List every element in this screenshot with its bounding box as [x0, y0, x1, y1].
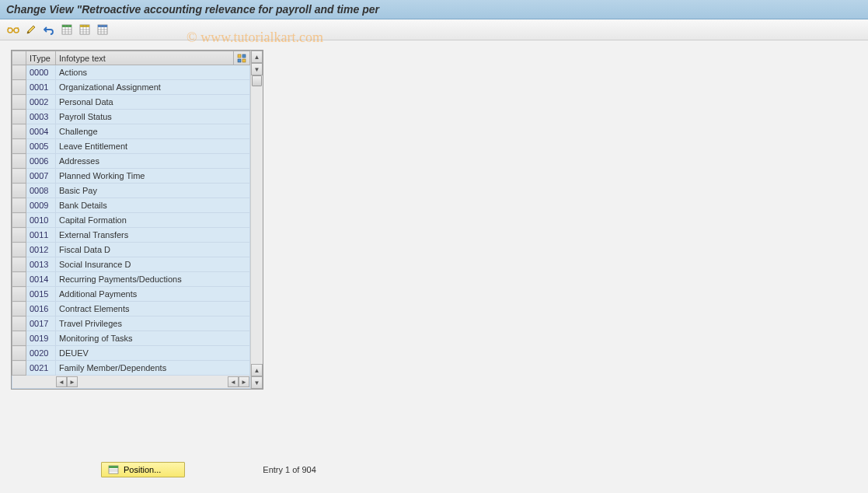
- itype-cell[interactable]: 0005: [26, 139, 56, 154]
- itype-cell[interactable]: 0014: [26, 272, 56, 287]
- itype-cell[interactable]: 0010: [26, 213, 56, 228]
- row-selector[interactable]: [12, 80, 26, 95]
- hscroll-track[interactable]: [78, 376, 228, 387]
- row-selector[interactable]: [12, 124, 26, 139]
- row-selector[interactable]: [12, 272, 26, 287]
- text-cell[interactable]: Family Member/Dependents: [56, 361, 250, 376]
- row-selector[interactable]: [12, 95, 26, 110]
- text-cell[interactable]: DEUEV: [56, 346, 250, 361]
- table-row[interactable]: 0000Actions: [12, 65, 250, 80]
- table-row[interactable]: 0021Family Member/Dependents: [12, 361, 250, 376]
- text-cell[interactable]: Additional Payments: [56, 287, 250, 302]
- scroll-up-button[interactable]: ▲: [251, 51, 263, 63]
- table-row[interactable]: 0012Fiscal Data D: [12, 243, 250, 257]
- text-cell[interactable]: Payroll Status: [56, 110, 250, 124]
- text-cell[interactable]: Planned Working Time: [56, 169, 250, 184]
- table-config-button[interactable]: [234, 51, 250, 65]
- scroll-left-button-2[interactable]: ◄: [228, 376, 239, 387]
- itype-cell[interactable]: 0004: [26, 124, 56, 139]
- itype-cell[interactable]: 0002: [26, 95, 56, 110]
- scroll-right-button-2[interactable]: ►: [239, 376, 249, 387]
- itype-cell[interactable]: 0009: [26, 198, 56, 213]
- deselect-all-button[interactable]: [94, 22, 111, 37]
- select-all-header[interactable]: [12, 51, 26, 65]
- itype-cell[interactable]: 0019: [26, 331, 56, 346]
- itype-header[interactable]: IType: [26, 51, 56, 65]
- table-row[interactable]: 0007Planned Working Time: [12, 169, 250, 184]
- text-cell[interactable]: Actions: [56, 65, 250, 80]
- row-selector[interactable]: [12, 331, 26, 346]
- vertical-scrollbar[interactable]: ▲ ▼ ▲ ▼: [250, 51, 263, 389]
- itype-cell[interactable]: 0011: [26, 228, 56, 243]
- text-cell[interactable]: Basic Pay: [56, 184, 250, 198]
- table-row[interactable]: 0020DEUEV: [12, 346, 250, 361]
- undo-button[interactable]: [40, 22, 58, 37]
- itype-cell[interactable]: 0016: [26, 302, 56, 316]
- vscroll-track[interactable]: [251, 75, 263, 364]
- row-selector[interactable]: [12, 287, 26, 302]
- itype-cell[interactable]: 0003: [26, 110, 56, 124]
- change-button[interactable]: [23, 22, 40, 37]
- table-row[interactable]: 0009Bank Details: [12, 198, 250, 213]
- row-selector[interactable]: [12, 139, 26, 154]
- table-row[interactable]: 0001Organizational Assignment: [12, 80, 250, 95]
- text-cell[interactable]: Capital Formation: [56, 213, 250, 228]
- scroll-up-button-bottom[interactable]: ▲: [251, 364, 263, 376]
- display-toggle-button[interactable]: [5, 22, 22, 37]
- text-cell[interactable]: External Transfers: [56, 228, 250, 243]
- itype-cell[interactable]: 0015: [26, 287, 56, 302]
- vscroll-thumb[interactable]: [252, 75, 262, 86]
- table-row[interactable]: 0004Challenge: [12, 124, 250, 139]
- text-cell[interactable]: Leave Entitlement: [56, 139, 250, 154]
- scroll-right-button-1[interactable]: ►: [67, 376, 78, 387]
- table-row[interactable]: 0014Recurring Payments/Deductions: [12, 272, 250, 287]
- table-row[interactable]: 0003Payroll Status: [12, 110, 250, 124]
- text-cell[interactable]: Fiscal Data D: [56, 243, 250, 257]
- row-selector[interactable]: [12, 169, 26, 184]
- table-row[interactable]: 0015Additional Payments: [12, 287, 250, 302]
- table-row[interactable]: 0002Personal Data: [12, 95, 250, 110]
- table-row[interactable]: 0013Social Insurance D: [12, 257, 250, 272]
- row-selector[interactable]: [12, 65, 26, 80]
- row-selector[interactable]: [12, 302, 26, 316]
- row-selector[interactable]: [12, 257, 26, 272]
- row-selector[interactable]: [12, 228, 26, 243]
- text-cell[interactable]: Addresses: [56, 154, 250, 169]
- text-header[interactable]: Infotype text: [56, 51, 234, 65]
- text-cell[interactable]: Challenge: [56, 124, 250, 139]
- row-selector[interactable]: [12, 198, 26, 213]
- text-cell[interactable]: Contract Elements: [56, 302, 250, 316]
- itype-cell[interactable]: 0006: [26, 154, 56, 169]
- itype-cell[interactable]: 0012: [26, 243, 56, 257]
- table-row[interactable]: 0016Contract Elements: [12, 302, 250, 316]
- itype-cell[interactable]: 0017: [26, 316, 56, 331]
- row-selector[interactable]: [12, 243, 26, 257]
- row-selector[interactable]: [12, 346, 26, 361]
- text-cell[interactable]: Recurring Payments/Deductions: [56, 272, 250, 287]
- text-cell[interactable]: Social Insurance D: [56, 257, 250, 272]
- position-button[interactable]: Position...: [101, 462, 185, 477]
- table-row[interactable]: 0017Travel Privileges: [12, 316, 250, 331]
- itype-cell[interactable]: 0007: [26, 169, 56, 184]
- row-selector[interactable]: [12, 154, 26, 169]
- scroll-down-button[interactable]: ▼: [251, 376, 263, 389]
- text-cell[interactable]: Personal Data: [56, 95, 250, 110]
- select-block-button[interactable]: [76, 22, 93, 37]
- itype-cell[interactable]: 0021: [26, 361, 56, 376]
- itype-cell[interactable]: 0001: [26, 80, 56, 95]
- itype-cell[interactable]: 0008: [26, 184, 56, 198]
- itype-cell[interactable]: 0020: [26, 346, 56, 361]
- text-cell[interactable]: Bank Details: [56, 198, 250, 213]
- scroll-left-button[interactable]: ◄: [56, 376, 67, 387]
- table-row[interactable]: 0008Basic Pay: [12, 184, 250, 198]
- row-selector[interactable]: [12, 110, 26, 124]
- text-cell[interactable]: Travel Privileges: [56, 316, 250, 331]
- text-cell[interactable]: Organizational Assignment: [56, 80, 250, 95]
- table-row[interactable]: 0011External Transfers: [12, 228, 250, 243]
- table-row[interactable]: 0005Leave Entitlement: [12, 139, 250, 154]
- itype-cell[interactable]: 0000: [26, 65, 56, 80]
- table-row[interactable]: 0006Addresses: [12, 154, 250, 169]
- row-selector[interactable]: [12, 361, 26, 376]
- itype-cell[interactable]: 0013: [26, 257, 56, 272]
- row-selector[interactable]: [12, 316, 26, 331]
